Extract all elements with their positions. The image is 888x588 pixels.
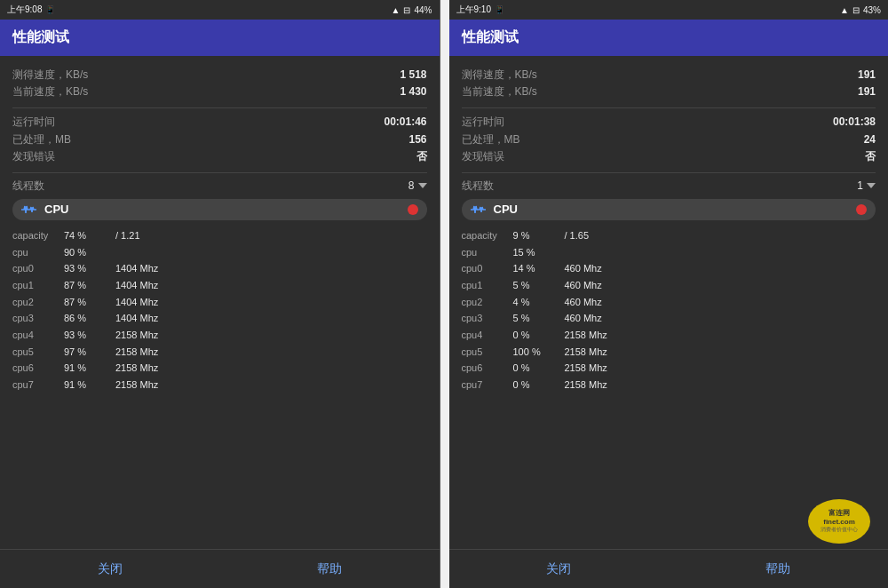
right-thread-value: 1 <box>857 179 863 192</box>
left-header-title: 性能测试 <box>12 29 69 44</box>
right-capacity-row: capacity 9 % / 1.65 <box>462 227 876 244</box>
left-core-name: cpu3 <box>12 310 57 327</box>
left-core-freq: 2158 Mhz <box>115 327 158 344</box>
right-cores-list: cpu0 14 % 460 Mhz cpu1 5 % 460 Mhz cpu2 … <box>462 260 876 393</box>
left-capacity-label: capacity <box>12 227 57 244</box>
left-wifi-icon: ▲ <box>392 5 400 15</box>
right-thread-select[interactable]: 1 <box>857 179 876 192</box>
left-thread-select[interactable]: 8 <box>408 179 427 192</box>
left-core-percent: 87 % <box>64 277 108 294</box>
left-core-name: cpu0 <box>12 260 57 277</box>
right-core-percent: 5 % <box>513 310 558 327</box>
left-runtime-value: 00:01:46 <box>384 114 426 131</box>
right-current-speed-label: 当前速度，KB/s <box>462 83 537 100</box>
right-core-row: cpu7 0 % 2158 Mhz <box>462 377 876 393</box>
right-runtime-stats: 运行时间 00:01:38 已处理，MB 24 发现错误 否 <box>462 114 876 165</box>
right-runtime-label: 运行时间 <box>462 114 504 131</box>
right-core-name: cpu6 <box>462 360 506 377</box>
left-stats: 测得速度，KB/s 1 518 当前速度，KB/s 1 430 <box>12 67 427 100</box>
left-cpu-header: CPU <box>12 199 427 220</box>
right-measured-speed-row: 测得速度，KB/s 191 <box>462 67 876 83</box>
right-close-button[interactable]: 关闭 <box>546 561 571 577</box>
left-cpu-red-dot <box>408 204 418 215</box>
watermark-circle: 富连网finet.com 消费者价值中心 <box>808 499 870 544</box>
left-bottom-bar: 关闭 帮助 <box>0 549 440 588</box>
left-errors-row: 发现错误 否 <box>12 148 427 165</box>
left-core-row: cpu3 86 % 1404 Mhz <box>12 310 427 327</box>
left-cores-list: cpu0 93 % 1404 Mhz cpu1 87 % 1404 Mhz cp… <box>12 260 427 393</box>
left-core-freq: 1404 Mhz <box>115 294 158 311</box>
left-core-freq: 1404 Mhz <box>115 260 158 277</box>
left-runtime-label: 运行时间 <box>12 114 55 131</box>
right-cpu-red-dot <box>856 204 867 215</box>
left-cpu-wave-icon <box>21 203 39 217</box>
right-cpu-label: CPU <box>494 203 852 216</box>
left-core-name: cpu7 <box>12 377 57 393</box>
watermark: 富连网finet.com 消费者价值中心 <box>808 499 879 544</box>
right-errors-value: 否 <box>865 148 876 165</box>
left-core-name: cpu5 <box>12 344 57 361</box>
left-cpu-usage-row: cpu 90 % <box>12 244 427 261</box>
left-runtime-stats: 运行时间 00:01:46 已处理，MB 156 发现错误 否 <box>12 114 427 165</box>
right-current-speed-row: 当前速度，KB/s 191 <box>462 83 876 100</box>
left-capacity-row: capacity 74 % / 1.21 <box>12 227 427 244</box>
right-capacity-value: 9 % <box>513 227 558 244</box>
left-core-name: cpu1 <box>12 277 57 294</box>
right-capacity-extra: / 1.65 <box>565 227 590 244</box>
right-cpu-data: capacity 9 % / 1.65 cpu 15 % cpu0 14 % 4… <box>462 227 876 393</box>
left-processed-row: 已处理，MB 156 <box>12 131 427 148</box>
right-thread-label: 线程数 <box>462 179 494 194</box>
left-cpu-label: CPU <box>44 203 402 216</box>
left-status-left: 上午9:08 📱 <box>7 4 55 16</box>
right-cpu-wave-icon <box>471 203 488 217</box>
right-help-button[interactable]: 帮助 <box>765 561 790 577</box>
left-errors-value: 否 <box>416 148 427 165</box>
left-core-freq: 2158 Mhz <box>115 377 158 393</box>
right-core-freq: 2158 Mhz <box>565 344 607 361</box>
left-help-button[interactable]: 帮助 <box>317 561 342 577</box>
left-app-header: 性能测试 <box>0 20 440 56</box>
left-measured-speed-row: 测得速度，KB/s 1 518 <box>12 67 427 83</box>
right-time: 上午9:10 <box>456 4 491 16</box>
right-thread-dropdown-arrow[interactable] <box>867 183 876 188</box>
left-processed-label: 已处理，MB <box>12 131 71 148</box>
left-core-percent: 93 % <box>64 327 108 344</box>
right-core-name: cpu5 <box>462 344 506 361</box>
right-core-name: cpu4 <box>462 327 506 344</box>
right-phone: 上午9:10 📱 ▲ ⊟ 43% 性能测试 测得速度，KB/s 191 当前速度… <box>449 0 889 588</box>
left-time: 上午9:08 <box>7 4 42 16</box>
right-app-header: 性能测试 <box>449 20 889 56</box>
right-core-percent: 0 % <box>513 327 558 344</box>
right-cpu-usage-value: 15 % <box>513 244 558 261</box>
right-runtime-value: 00:01:38 <box>833 114 876 131</box>
right-bottom-bar: 关闭 帮助 <box>449 549 889 588</box>
right-core-name: cpu0 <box>462 260 506 277</box>
right-wifi-icon: ▲ <box>840 5 849 15</box>
watermark-sub-text: 消费者价值中心 <box>821 526 858 534</box>
left-status-bar: 上午9:08 📱 ▲ ⊟ 44% <box>0 0 440 20</box>
left-core-row: cpu5 97 % 2158 Mhz <box>12 344 427 361</box>
left-measured-speed-value: 1 518 <box>400 67 426 83</box>
left-core-name: cpu2 <box>12 294 57 311</box>
right-core-percent: 14 % <box>513 260 558 277</box>
right-processed-label: 已处理，MB <box>462 131 520 148</box>
left-core-freq: 2158 Mhz <box>115 344 158 361</box>
right-runtime-row: 运行时间 00:01:38 <box>462 114 876 131</box>
right-errors-label: 发现错误 <box>462 148 504 165</box>
right-cpu-usage-row: cpu 15 % <box>462 244 876 261</box>
left-core-freq: 2158 Mhz <box>115 360 158 377</box>
left-cpu-usage-value: 90 % <box>64 244 108 261</box>
left-core-percent: 86 % <box>64 310 108 327</box>
left-close-button[interactable]: 关闭 <box>98 561 123 577</box>
right-core-freq: 2158 Mhz <box>565 377 607 393</box>
left-core-percent: 91 % <box>64 377 108 393</box>
left-thread-dropdown-arrow[interactable] <box>418 183 427 188</box>
left-core-row: cpu7 91 % 2158 Mhz <box>12 377 427 393</box>
left-current-speed-row: 当前速度，KB/s 1 430 <box>12 83 427 100</box>
right-core-name: cpu1 <box>462 277 506 294</box>
right-current-speed-value: 191 <box>858 83 876 100</box>
phone-divider <box>440 0 449 588</box>
right-core-row: cpu2 4 % 460 Mhz <box>462 294 876 311</box>
right-status-bar: 上午9:10 📱 ▲ ⊟ 43% <box>449 0 889 20</box>
left-status-right: ▲ ⊟ 44% <box>392 5 432 15</box>
